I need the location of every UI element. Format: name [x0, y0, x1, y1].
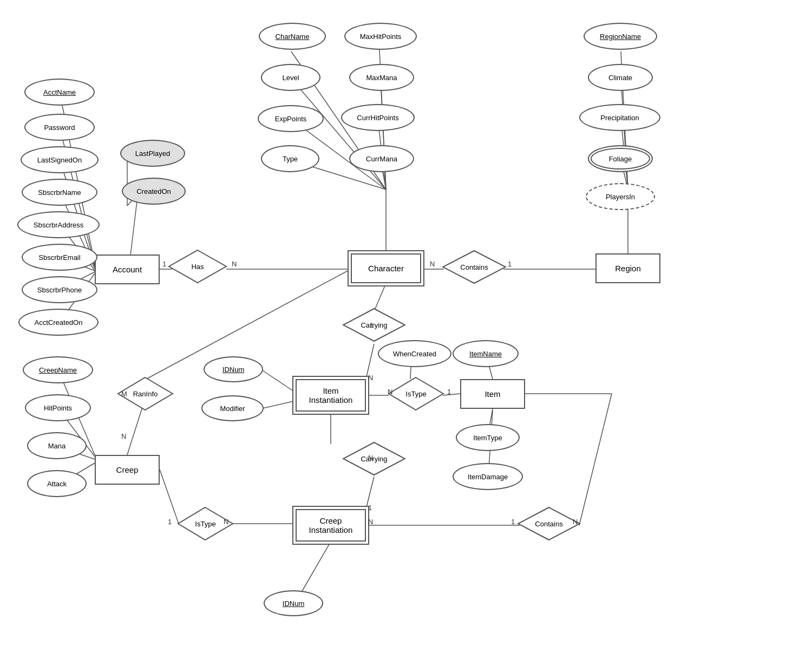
- hitpoints-attr: HitPoints: [25, 394, 91, 421]
- whencreated-attr: WhenCreated: [378, 340, 451, 367]
- creep-inst-entity: Creep Instantiation: [296, 509, 366, 542]
- climate-attr: Climate: [588, 64, 653, 91]
- lastsignedon-attr: LastSignedOn: [21, 146, 99, 173]
- sbscrbraddress-attr: SbscrbrAddress: [17, 211, 100, 238]
- attack-attr: Attack: [27, 470, 87, 497]
- createdon-attr: CreatedOn: [122, 178, 186, 205]
- itemdamage-attr: ItemDamage: [453, 463, 523, 490]
- maxmana-attr: MaxMana: [349, 64, 414, 91]
- item-entity: Item: [460, 379, 525, 409]
- acctname-attr: AcctName: [24, 79, 95, 106]
- account-entity: Account: [95, 255, 160, 284]
- card-contains-1: 1: [508, 260, 512, 268]
- regionname-attr: RegionName: [584, 23, 657, 50]
- creepname-attr: CreepName: [23, 356, 93, 383]
- card-carrying-bot-1: 1: [368, 504, 372, 512]
- contains-region-relationship: Contains: [442, 250, 507, 285]
- card-has-1: 1: [162, 260, 166, 268]
- card-contains-bot-1: 1: [511, 518, 515, 526]
- password-attr: Password: [24, 114, 95, 141]
- foliage-attr: Foliage: [588, 145, 653, 172]
- istype-item-relationship: IsType: [388, 376, 444, 412]
- type-attr: Type: [261, 145, 319, 172]
- carrying-bot-relationship: Carrying: [342, 441, 406, 477]
- currmana-attr: CurrMana: [349, 145, 414, 172]
- has-relationship: Has: [168, 249, 227, 284]
- playersin-attr: PlayersIn: [586, 183, 655, 210]
- card-raninfo-m: M: [121, 390, 127, 398]
- lastplayed-attr: LastPlayed: [120, 140, 185, 167]
- card-creep-inst-n: N: [368, 518, 373, 526]
- character-entity: Character: [351, 253, 421, 283]
- maxhitpoints-attr: MaxHitPoints: [344, 23, 417, 50]
- card-raninfo-n: N: [121, 432, 126, 440]
- carrying-top-relationship: Carrying: [342, 308, 406, 343]
- sbscrbr-email-attr: SbscrbrEmail: [22, 244, 97, 271]
- idnum-item-attr: IDNum: [204, 356, 263, 382]
- sbscrbrphone-attr: SbscrbrPhone: [22, 276, 97, 303]
- region-entity: Region: [595, 253, 660, 283]
- card-istype-creep-1: 1: [168, 518, 172, 526]
- idnum-creep-attr: IDNum: [264, 590, 323, 616]
- card-contains-bot-n: N: [573, 518, 578, 526]
- precipitation-attr: Precipitation: [579, 104, 660, 131]
- card-contains-n: N: [430, 260, 435, 268]
- currhitpoints-attr: CurrHitPoints: [341, 104, 415, 131]
- exppoints-attr: ExpPoints: [258, 105, 324, 132]
- card-istype-item-n: N: [388, 388, 392, 396]
- card-carrying-top-n: N: [368, 374, 373, 382]
- acctcreatedon-attr: AcctCreatedOn: [18, 309, 99, 336]
- modifier-attr: Modifier: [201, 395, 264, 421]
- card-istype-creep-n: N: [224, 518, 228, 526]
- itemname-attr: ItemName: [453, 340, 519, 367]
- level-attr: Level: [261, 64, 320, 91]
- contains-bot-relationship: Contains: [517, 506, 581, 542]
- mana-attr: Mana: [27, 432, 87, 459]
- item-inst-entity: Item Instantiation: [296, 379, 366, 412]
- creep-entity: Creep: [95, 455, 160, 485]
- itemtype-attr: ItemType: [456, 424, 520, 451]
- charname-attr: CharName: [259, 23, 326, 50]
- sbscrbrname-attr: SbscrbrName: [22, 179, 97, 206]
- card-istype-item-1: 1: [447, 388, 451, 396]
- card-has-n: N: [232, 260, 237, 268]
